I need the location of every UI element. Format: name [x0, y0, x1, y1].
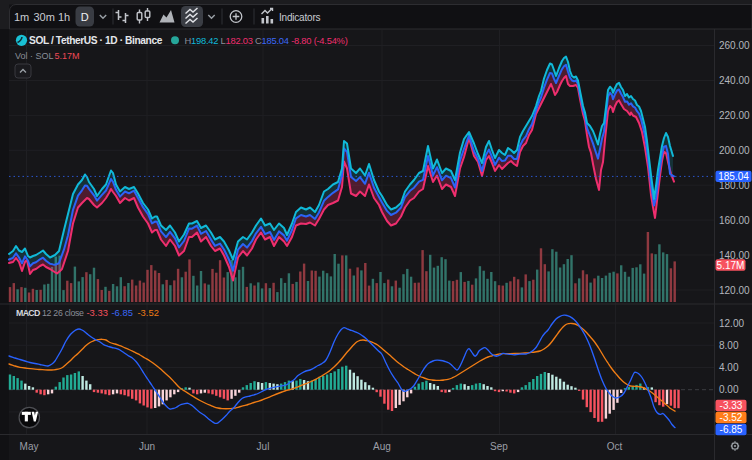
- svg-text:-6.85: -6.85: [112, 307, 133, 318]
- svg-text:30m: 30m: [34, 11, 55, 23]
- svg-text:220.00: 220.00: [719, 110, 750, 121]
- svg-text:Jun: Jun: [139, 441, 155, 452]
- svg-text:1m: 1m: [14, 11, 29, 23]
- svg-text:1h: 1h: [58, 11, 70, 23]
- svg-text:-6.85: -6.85: [720, 424, 743, 435]
- svg-text:Oct: Oct: [607, 441, 623, 452]
- svg-text:Sep: Sep: [490, 441, 508, 452]
- svg-text:-3.52: -3.52: [138, 307, 159, 318]
- svg-text:260.00: 260.00: [719, 40, 750, 51]
- svg-text:12 26 close: 12 26 close: [42, 308, 84, 318]
- svg-text:H198.42 L182.03 C185.04 -8.80: H198.42 L182.03 C185.04 -8.80 (-4.54%): [185, 35, 348, 46]
- svg-text:MACD: MACD: [16, 308, 40, 318]
- svg-text:May: May: [20, 441, 39, 452]
- svg-text:5.17M: 5.17M: [717, 260, 745, 271]
- svg-text:200.00: 200.00: [719, 145, 750, 156]
- svg-text:160.00: 160.00: [719, 215, 750, 226]
- svg-text:8.00: 8.00: [719, 340, 739, 351]
- svg-text:Aug: Aug: [373, 441, 391, 452]
- svg-text:Jul: Jul: [257, 441, 270, 452]
- svg-text:-3.33: -3.33: [87, 307, 108, 318]
- svg-text:-3.52: -3.52: [720, 412, 743, 423]
- svg-text:5.17M: 5.17M: [55, 51, 80, 61]
- svg-text:D: D: [81, 11, 89, 23]
- svg-text:SOL / TetherUS · 1D · Binance: SOL / TetherUS · 1D · Binance: [29, 35, 163, 46]
- svg-text:-3.33: -3.33: [720, 400, 743, 411]
- svg-text:240.00: 240.00: [719, 75, 750, 86]
- svg-text:0.00: 0.00: [719, 384, 739, 395]
- svg-text:120.00: 120.00: [719, 285, 750, 296]
- svg-text:Vol · SOL: Vol · SOL: [15, 51, 54, 61]
- svg-text:12.00: 12.00: [719, 318, 744, 329]
- svg-text:Indicators: Indicators: [279, 12, 321, 23]
- svg-text:185.04: 185.04: [718, 171, 749, 182]
- svg-text:4.00: 4.00: [719, 362, 739, 373]
